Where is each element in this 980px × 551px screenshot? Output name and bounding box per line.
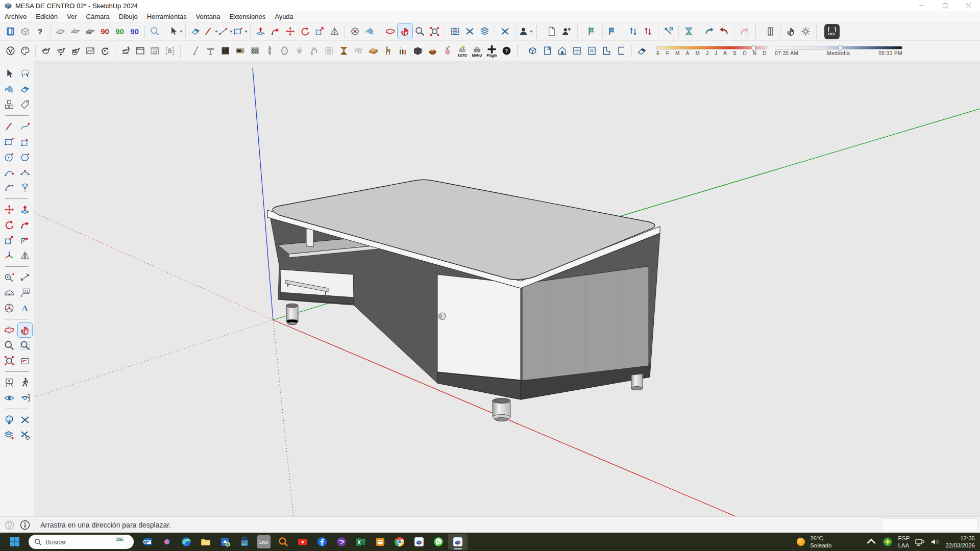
polygon-tool[interactable] [17, 149, 33, 165]
taskbar-app-purple-app[interactable] [332, 534, 351, 550]
cab-cabinet-button[interactable] [584, 43, 599, 58]
rectangle-tool-button[interactable] [233, 24, 248, 39]
menu-dibujo[interactable]: Dibujo [114, 12, 142, 21]
select-tool[interactable] [2, 66, 17, 82]
texture-sphere-button[interactable] [348, 24, 362, 39]
account-button[interactable] [518, 24, 533, 39]
eraser-tool[interactable] [17, 82, 33, 97]
x-gear-tool[interactable] [17, 428, 33, 443]
taskbar-app-facebook[interactable] [312, 534, 332, 550]
taskbar-app-sketchup-active[interactable] [448, 534, 468, 550]
arc-tool-button[interactable] [218, 24, 233, 39]
kit-outlet-button[interactable] [322, 43, 336, 58]
warehouse-button[interactable] [448, 24, 462, 39]
shadow-time-slider[interactable]: 07:35 AMMediodía05:33 PM [775, 46, 902, 56]
template-doc-button[interactable] [3, 24, 18, 39]
kit-oven-button[interactable] [218, 43, 233, 58]
grab-hand-button[interactable] [783, 24, 798, 39]
flip-tool-button[interactable] [327, 24, 342, 39]
eraser-tool-button[interactable] [188, 24, 203, 39]
arrow-nw-button[interactable] [661, 24, 676, 39]
vray-vfb-window-button[interactable] [133, 43, 148, 58]
model-viewport[interactable] [34, 61, 980, 516]
cab-shape-button[interactable] [599, 43, 614, 58]
followme-tool-button[interactable] [268, 24, 283, 39]
menu-extensiones[interactable]: Extensiones [225, 12, 270, 21]
updown-blue-button[interactable] [626, 24, 641, 39]
glass-table-button[interactable] [351, 43, 366, 58]
cab-house-button[interactable] [555, 43, 570, 58]
taskbar-search[interactable]: Buscar [29, 535, 134, 549]
two-point-arc-tool[interactable] [17, 165, 33, 180]
taskbar-app-ms-store[interactable] [235, 534, 254, 550]
ext-x-blue-button[interactable] [462, 24, 477, 39]
tape-measure-tool[interactable] [2, 270, 17, 285]
lasso-tool[interactable] [17, 66, 33, 82]
select-tool-button[interactable] [168, 24, 183, 39]
paint-bucket-button[interactable] [362, 24, 377, 39]
lumber-button[interactable] [366, 43, 381, 58]
kit-rod-button[interactable] [188, 43, 203, 58]
previous-view-tool[interactable] [17, 353, 33, 368]
move-tool[interactable] [2, 202, 17, 217]
zoom-tool-button[interactable] [412, 24, 427, 39]
pushpull-tool-button[interactable] [253, 24, 268, 39]
vray-render-cloud-button[interactable] [68, 43, 83, 58]
plane-tool-2-button[interactable] [68, 24, 83, 39]
taskbar-app-youtube[interactable] [293, 534, 312, 550]
zoom-extents-tool[interactable] [2, 353, 17, 368]
flag-blue-button[interactable] [605, 24, 620, 39]
rectangle-tool[interactable] [2, 134, 17, 149]
move-tool-button[interactable] [283, 24, 298, 39]
tray-chevron[interactable] [865, 534, 877, 550]
hourglass-x-button[interactable] [681, 24, 696, 39]
taskbar-app-orange-app[interactable] [371, 534, 390, 550]
door-tool-button[interactable] [763, 24, 778, 39]
new-doc-button[interactable] [544, 24, 559, 39]
weather-widget[interactable]: 26°CSoleado [796, 535, 831, 549]
dropdown-caret[interactable] [180, 31, 183, 33]
kit-mirror-button[interactable] [277, 43, 292, 58]
undo-ext-button[interactable] [702, 24, 717, 39]
threed-text-tool[interactable]: A [17, 300, 33, 316]
ext-x-2-button[interactable] [498, 24, 512, 39]
menu-ver[interactable]: Ver [62, 12, 82, 21]
bottles-button[interactable] [396, 43, 410, 58]
freehand-tool[interactable] [17, 119, 33, 134]
antivirus-tray-icon[interactable] [883, 537, 893, 547]
settings-gear-button[interactable] [798, 24, 813, 39]
taskbar-app-live-tile[interactable]: Live [254, 534, 274, 550]
orbit-tool[interactable] [2, 322, 17, 338]
maximize-button[interactable] [933, 0, 957, 11]
flag-green-button[interactable] [585, 24, 600, 39]
help-button[interactable]: ? [33, 24, 47, 39]
scale-tool[interactable] [2, 233, 17, 248]
ext-layers-x-button[interactable] [477, 24, 492, 39]
circle-tool[interactable] [2, 149, 17, 165]
scale-tool-button[interactable] [312, 24, 327, 39]
kit-tiles-button[interactable] [292, 43, 307, 58]
vray-batch-button[interactable] [148, 43, 162, 58]
taskbar-app-sketchup[interactable] [409, 534, 429, 550]
clock[interactable]: 12:3522/03/2026 [945, 535, 975, 549]
flower-vase-button[interactable] [440, 43, 455, 58]
plane-tool-1-button[interactable] [53, 24, 68, 39]
flip-tool[interactable] [17, 248, 33, 263]
volume-icon[interactable] [930, 537, 940, 547]
plugin-button[interactable]: Plugin [484, 43, 499, 58]
angle-red-button[interactable]: 90 [97, 24, 112, 39]
vray-viewport-render-button[interactable] [118, 43, 133, 58]
zoom-extents-button[interactable] [427, 24, 442, 39]
zoom-window-tool[interactable] [17, 338, 33, 353]
tag-tool[interactable] [17, 97, 33, 112]
auto-mode-button[interactable]: AUTO [455, 43, 470, 58]
taskbar-app-whatsapp[interactable] [429, 534, 448, 550]
time-slider-thumb[interactable] [839, 45, 842, 51]
cab-window-button[interactable] [570, 43, 584, 58]
measurements-box[interactable] [881, 518, 978, 531]
vray-framebuffer-button[interactable] [83, 43, 97, 58]
dropdown-caret[interactable] [530, 31, 533, 33]
fruit-bowl-button[interactable] [425, 43, 440, 58]
menu-ayuda[interactable]: Ayuda [270, 12, 298, 21]
components-tool[interactable] [2, 97, 17, 112]
